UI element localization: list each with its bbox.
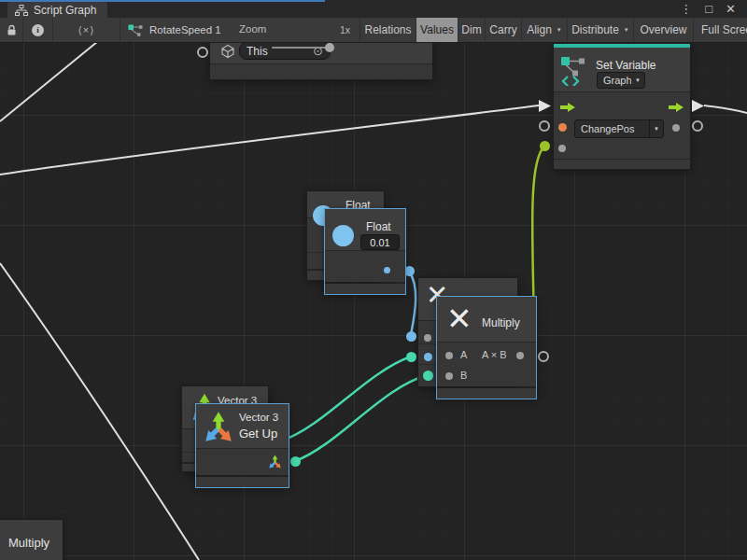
input-b-label: B: [460, 370, 467, 381]
multiply-back-port-a[interactable]: [424, 353, 432, 361]
graph-toolbar: i ⟨×⟩ RotateSpeed 1 Zoom 1x Relations Va…: [0, 18, 747, 43]
blue-wire-endpoint[interactable]: [406, 331, 416, 342]
multiply-icon: ✕: [446, 303, 472, 334]
tab-script-graph[interactable]: Script Graph: [7, 2, 107, 18]
window-menu-icon[interactable]: ⋮: [673, 0, 698, 18]
this-object-field[interactable]: This ⊙: [239, 42, 331, 60]
variable-value-port[interactable]: [558, 145, 566, 152]
info-button[interactable]: i: [22, 18, 52, 42]
distribute-dropdown-button[interactable]: Distribute ▼: [567, 18, 633, 42]
zoom-value: 1x: [340, 24, 350, 35]
tab-bar: Script Graph ⋮ □ ✕: [0, 0, 747, 18]
chevron-down-icon: ▼: [631, 73, 644, 88]
variable-name-port[interactable]: [558, 123, 567, 132]
variable-output-port[interactable]: [672, 124, 680, 132]
chevron-down-icon: ▼: [624, 27, 629, 33]
variable-scope-dropdown[interactable]: Graph ▼: [597, 72, 645, 89]
carry-button[interactable]: Carry: [485, 18, 521, 42]
this-node-output-port[interactable]: [197, 47, 208, 58]
fullscreen-button[interactable]: Full Screen: [693, 18, 747, 42]
info-icon: i: [32, 24, 44, 36]
node-title: Multiply: [482, 316, 520, 329]
node-title: Set Variable: [596, 59, 655, 72]
input-a-label: A: [460, 349, 467, 360]
float-node[interactable]: Float 0.01: [324, 208, 406, 295]
flow-output-arrow[interactable]: [669, 102, 684, 113]
variable-name-dropdown[interactable]: ChangePos ▼: [574, 119, 664, 138]
multiply-input-a-port[interactable]: [445, 352, 453, 359]
output-label: A × B: [482, 349, 507, 360]
flow-input-arrow[interactable]: [560, 102, 575, 113]
code-icon: ⟨×⟩: [78, 24, 94, 36]
align-dropdown-button[interactable]: Align ▼: [521, 18, 567, 42]
set-variable-node[interactable]: Set Variable Graph ▼ ChangePos ▼: [553, 43, 691, 170]
overview-button[interactable]: Overview: [633, 18, 693, 42]
node-title: Float: [366, 220, 391, 233]
zoom-slider-handle[interactable]: [325, 43, 334, 52]
this-node[interactable]: This ⊙: [209, 38, 433, 80]
get-up-node[interactable]: Vector 3 Get Up: [195, 403, 289, 488]
dim-button[interactable]: Dim: [458, 18, 485, 42]
setvariable-external-port-right[interactable]: [692, 120, 703, 132]
graph-breadcrumb[interactable]: RotateSpeed 1: [120, 18, 221, 42]
multiply-node-corner[interactable]: Multiply: [0, 519, 63, 560]
multiply-back-port[interactable]: [424, 334, 431, 342]
getup-output-wire-start[interactable]: [290, 456, 301, 467]
multiply-output-port[interactable]: [516, 352, 524, 359]
float-icon: [332, 225, 354, 246]
vector3-icon: [201, 409, 236, 444]
window-maximize-icon[interactable]: □: [698, 0, 719, 18]
script-graph-window: This ⊙ Set Variable Graph ▼ ChangePos: [0, 0, 747, 560]
gameobject-cube-icon: [220, 44, 235, 59]
code-preview-button[interactable]: ⟨×⟩: [52, 18, 120, 42]
set-variable-icon: [560, 54, 586, 86]
variable-accent-bar: [554, 44, 690, 48]
olive-wire-endpoint[interactable]: [540, 141, 550, 151]
teal-wire-endpoint-a[interactable]: [406, 352, 416, 362]
float-output-port[interactable]: [384, 267, 390, 273]
lock-button[interactable]: [0, 18, 22, 42]
zoom-label: Zoom: [239, 23, 266, 35]
node-subtitle: Get Up: [239, 427, 277, 441]
chevron-down-icon: ▼: [557, 27, 562, 33]
this-field-value: This: [247, 45, 268, 58]
script-graph-asset-icon: [128, 23, 143, 36]
float-value-field[interactable]: 0.01: [360, 234, 400, 250]
node-title: Vector 3: [239, 412, 278, 423]
script-graph-icon: [15, 5, 28, 16]
teal-wire-endpoint-b[interactable]: [423, 371, 433, 381]
multiply-node[interactable]: ✕ Multiply A A × B B: [436, 296, 537, 399]
chevron-down-icon: ▼: [649, 120, 663, 137]
node-title: Multiply: [8, 536, 49, 550]
window-close-icon[interactable]: ✕: [719, 0, 742, 18]
lock-icon: [7, 24, 17, 36]
values-button[interactable]: Values: [416, 18, 458, 42]
multiply-input-b-port[interactable]: [445, 372, 453, 380]
setvariable-external-port-left[interactable]: [539, 120, 550, 132]
tab-label: Script Graph: [34, 4, 96, 17]
multiply-external-output-port[interactable]: [538, 351, 549, 362]
vector3-output-icon: [267, 454, 283, 469]
relations-button[interactable]: Relations: [359, 18, 416, 42]
